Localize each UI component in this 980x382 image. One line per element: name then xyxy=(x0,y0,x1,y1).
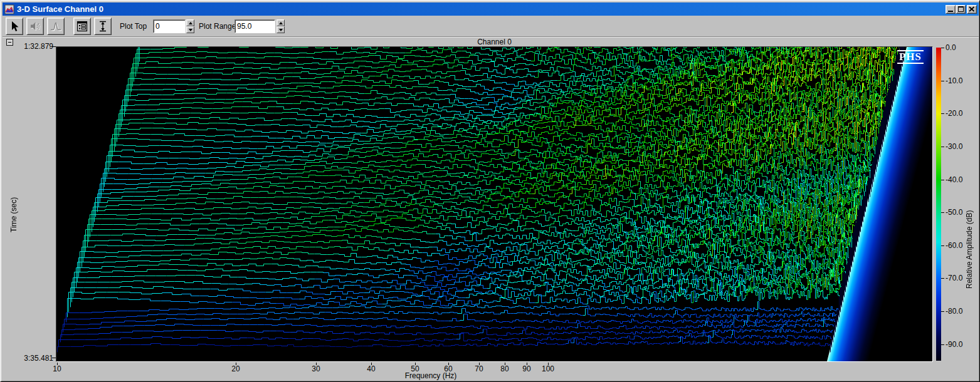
freq-tick-label: 30 xyxy=(303,364,329,373)
plot-top-spin-up[interactable] xyxy=(186,19,194,26)
pointer-tool-button[interactable] xyxy=(6,18,23,35)
amp-tick-label: 0.0 xyxy=(946,43,956,52)
amp-tick-mark xyxy=(941,212,944,213)
amp-tick-label: -30.0 xyxy=(946,142,962,151)
frequency-axis-label: Frequency (Hz) xyxy=(368,371,493,380)
close-icon xyxy=(969,6,975,12)
plot-range-spin-up[interactable] xyxy=(277,19,285,26)
plot-range-input[interactable] xyxy=(234,19,275,33)
amp-tick-mark xyxy=(941,180,944,180)
maximize-button[interactable] xyxy=(956,5,966,14)
time-axis-bottom-value: 3:35.481 xyxy=(1,354,53,363)
waterfall-plot-canvas[interactable] xyxy=(56,47,932,361)
amplitude-colorbar xyxy=(936,48,941,361)
plot-top-label: Plot Top xyxy=(120,22,147,31)
minimize-button[interactable] xyxy=(946,5,956,14)
plot-title: Channel 0 xyxy=(56,38,933,46)
plot-range-spin-down[interactable] xyxy=(277,26,285,33)
amp-tick-mark xyxy=(941,245,944,246)
plot-top-spinner xyxy=(186,19,194,33)
amp-tick-label: -20.0 xyxy=(946,109,962,118)
amp-tick-mark xyxy=(941,113,944,114)
amp-tick-mark xyxy=(941,344,944,345)
freq-tick-label: 80 xyxy=(492,364,517,373)
freq-tick-label: 100 xyxy=(535,364,561,373)
plot-range-label: Plot Range: xyxy=(199,22,238,31)
app-window: 3-D Surface Channel 0 xyxy=(0,0,980,382)
title-bar[interactable]: 3-D Surface Channel 0 xyxy=(3,3,979,16)
amp-tick-mark xyxy=(941,81,944,81)
spin-down-icon xyxy=(189,29,192,31)
time-axis-label: Time (sec) xyxy=(9,176,18,232)
vertical-range-icon xyxy=(97,20,109,33)
window-controls xyxy=(946,5,977,14)
amp-tick-mark xyxy=(941,311,944,312)
bell-curve-icon xyxy=(50,20,62,33)
time-axis-top-value: 1:32.879 xyxy=(1,42,53,51)
plot-top-spin-down[interactable] xyxy=(186,26,194,33)
freq-tick-label: 20 xyxy=(223,364,248,373)
phs-logo: PHS xyxy=(897,50,924,64)
sound-tool-button[interactable] xyxy=(26,18,44,35)
spin-down-icon xyxy=(279,29,283,31)
spin-up-icon xyxy=(279,22,283,24)
vertical-range-tool-button[interactable] xyxy=(94,18,112,35)
speaker-icon xyxy=(29,20,41,33)
toolbar: Plot Top Plot Range: xyxy=(3,16,979,37)
amp-tick-label: -10.0 xyxy=(946,76,962,85)
amp-tick-label: -50.0 xyxy=(946,208,962,217)
amp-tick-label: -80.0 xyxy=(946,307,962,316)
amp-tick-label: -90.0 xyxy=(946,340,962,349)
display-options-tool-button[interactable] xyxy=(73,18,91,35)
peak-tool-button[interactable] xyxy=(47,18,65,35)
amp-tick-label: -40.0 xyxy=(946,175,962,184)
amp-tick-mark xyxy=(941,147,944,147)
pointer-cursor-icon xyxy=(8,20,21,33)
window-title: 3-D Surface Channel 0 xyxy=(17,4,103,14)
amp-tick-label: -60.0 xyxy=(946,241,962,250)
amp-tick-mark xyxy=(941,278,944,279)
plot-top-input[interactable] xyxy=(153,19,186,33)
plot-frame xyxy=(56,46,933,362)
amplitude-axis-label: Relative Amplitude (dB) xyxy=(965,120,974,289)
close-button[interactable] xyxy=(967,5,977,14)
display-options-icon xyxy=(76,20,88,33)
maximize-icon xyxy=(958,6,964,12)
minimize-icon xyxy=(948,11,953,12)
plot-range-spinner xyxy=(277,19,285,33)
amp-tick-label: -70.0 xyxy=(946,274,962,282)
spin-up-icon xyxy=(189,22,192,24)
app-icon xyxy=(4,4,14,14)
freq-tick-label: 10 xyxy=(45,364,70,373)
amp-tick-mark xyxy=(941,48,944,48)
